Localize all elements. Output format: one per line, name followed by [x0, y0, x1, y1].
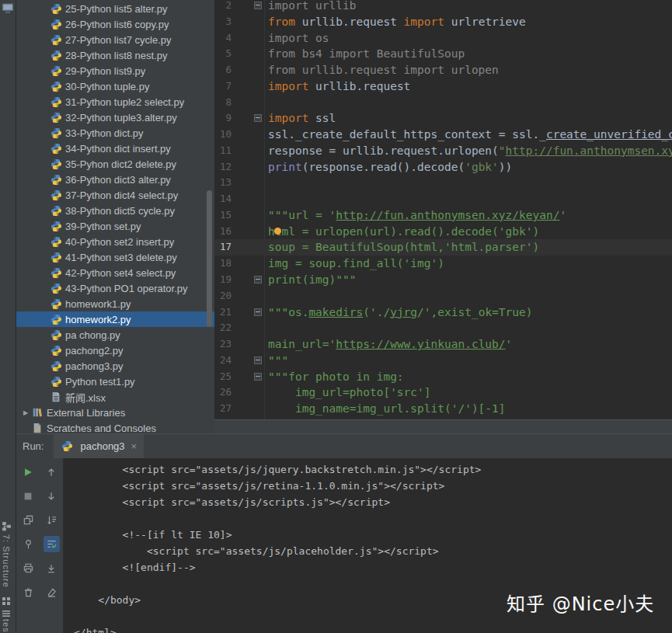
python-file-icon — [50, 81, 62, 92]
code-line-24[interactable]: 24""" — [214, 353, 672, 369]
tree-item[interactable]: 25-Python list5 alter.py — [16, 1, 214, 16]
code-line-8[interactable]: 8 — [214, 95, 672, 111]
scroll-end-button[interactable] — [44, 560, 60, 576]
code-editor[interactable]: 2import urllib3from urllib.request impor… — [214, 0, 672, 419]
tree-item[interactable]: 32-Python tuple3.alter.py — [16, 110, 214, 125]
python-file-icon — [50, 236, 62, 248]
tree-item[interactable]: 39-Python set.py — [16, 218, 214, 234]
tree-item[interactable]: pachong3.py — [16, 358, 214, 374]
down-button[interactable] — [44, 488, 60, 504]
tree-item-selected[interactable]: homework2.py — [16, 311, 214, 327]
line-number: 25 — [214, 369, 232, 385]
tree-item[interactable]: pachong2.py — [16, 343, 214, 358]
code-line-21[interactable]: 21"""os.makedirs('./yjrg/',exist_ok=True… — [214, 304, 672, 321]
tree-item[interactable]: 37-Python dict4 select.py — [16, 187, 214, 203]
python-file-icon — [50, 50, 62, 61]
pin-button[interactable] — [20, 536, 37, 552]
code-line-2[interactable]: 2import urllib — [214, 0, 672, 14]
tree-item[interactable]: 33-Python dict.py — [16, 125, 214, 141]
tree-item[interactable]: 34-Python dict insert.py — [16, 141, 214, 156]
code-line-9[interactable]: 9import ssl — [214, 110, 672, 127]
tree-item[interactable]: 31-Python tuple2 select.py — [16, 94, 214, 110]
code-line-10[interactable]: 10ssl._create_default_https_context = ss… — [214, 127, 672, 143]
code-text: import urllib.request — [268, 78, 410, 95]
expand-arrow-icon[interactable]: ▶ — [20, 409, 31, 416]
code-line-5[interactable]: 5from bs4 import BeautifulSoup — [214, 46, 672, 62]
tree-item[interactable]: 26-Python list6 copy.py — [16, 16, 214, 32]
close-tab-icon[interactable]: × — [131, 440, 138, 452]
scratches-file-icon — [31, 423, 44, 434]
tree-item[interactable]: 36-Python dict3 alter.py — [16, 172, 214, 187]
tree-item-label: pa chong.py — [65, 329, 120, 341]
code-text: """ — [268, 353, 288, 369]
soft-wrap-button[interactable] — [44, 536, 60, 552]
code-line-6[interactable]: 6from urllib.request import urlopen — [214, 62, 672, 78]
code-line-16[interactable]: 16html = urlopen(url).read().decode('gbk… — [214, 224, 672, 240]
print-button[interactable] — [20, 560, 37, 576]
tree-scrollbar-thumb[interactable] — [207, 190, 212, 327]
code-line-18[interactable]: 18img = soup.find_all('img') — [214, 256, 672, 272]
code-line-12[interactable]: 12print(response.read().decode('gbk')) — [214, 159, 672, 176]
structure-tool-button[interactable]: 7: Structure — [2, 534, 11, 588]
editor-hscroll-strip[interactable] — [214, 419, 672, 433]
code-line-14[interactable]: 14 — [214, 191, 672, 207]
favorites-tool-button[interactable]: tes — [2, 619, 11, 633]
rerun-button[interactable] — [20, 464, 37, 480]
tree-item[interactable]: 43-Python PO1 operator.py — [16, 280, 214, 296]
code-line-19[interactable]: 19print(img)""" — [214, 272, 672, 288]
code-line-20[interactable]: 20 — [214, 288, 672, 304]
code-line-15[interactable]: 15"""url = 'http://fun.anthonymsen.xyz/k… — [214, 207, 672, 224]
code-line-11[interactable]: 11response = urllib.request.urlopen("htt… — [214, 143, 672, 159]
tree-item[interactable]: 27-Python list7 cycle.py — [16, 32, 214, 47]
line-number: 22 — [214, 320, 232, 336]
code-line-23[interactable]: 23main_url='https://www.yinkuan.club/' — [214, 336, 672, 353]
tree-item[interactable]: 29-Python list9.py — [16, 63, 214, 78]
tree-item-label: homework1.py — [65, 298, 131, 310]
run-tab[interactable]: pachong3 × — [54, 434, 144, 458]
tree-item[interactable]: 42-Python set4 select.py — [16, 265, 214, 280]
tree-item[interactable]: 41-Python set3 delete.py — [16, 249, 214, 265]
ide-window-icon[interactable] — [2, 2, 14, 17]
python-file-icon — [50, 360, 62, 372]
tree-item[interactable]: Scratches and Consoles — [16, 420, 214, 433]
tree-item[interactable]: 40-Python set2 insert.py — [16, 234, 214, 249]
sort-button[interactable] — [44, 512, 60, 528]
code-line-13[interactable]: 13 — [214, 175, 672, 191]
up-button[interactable] — [44, 464, 60, 480]
code-line-22[interactable]: 22 — [214, 320, 672, 336]
fold-marker-icon[interactable] — [254, 308, 262, 316]
code-line-4[interactable]: 4import os — [214, 30, 672, 47]
restore-layout-button[interactable] — [20, 512, 37, 528]
code-line-27[interactable]: 27 img_name=img_url.split('/')[-1] — [214, 401, 672, 417]
tree-item[interactable]: 38-Python dict5 cycle.py — [16, 203, 214, 218]
clear-button[interactable] — [44, 584, 60, 600]
bookmark-dot-icon[interactable] — [274, 228, 281, 235]
fold-marker-icon[interactable] — [254, 356, 262, 364]
fold-marker-icon[interactable] — [254, 276, 262, 283]
code-line-17[interactable]: 17soup = BeautifulSoup(html,'html.parser… — [214, 239, 672, 256]
line-number: 15 — [214, 207, 232, 224]
structure-icon[interactable] — [2, 520, 12, 534]
tree-item-label: 31-Python tuple2 select.py — [65, 96, 184, 108]
fold-marker-icon[interactable] — [254, 373, 262, 381]
tree-item[interactable]: 新闻.xlsx — [16, 389, 214, 405]
tree-item[interactable]: 35-Pyhon dict2 delete.py — [16, 156, 214, 172]
tree-item[interactable]: pa chong.py — [16, 327, 214, 343]
tree-item[interactable]: Python test1.py — [16, 374, 214, 389]
fold-marker-icon[interactable] — [254, 2, 262, 9]
tree-item[interactable]: 30-Python tuple.py — [16, 78, 214, 94]
tree-item-label: 27-Python list7 cycle.py — [65, 34, 172, 46]
tree-item[interactable]: ▶External Libraries — [16, 405, 214, 420]
code-text: response = urllib.request.urlopen("http:… — [268, 143, 672, 159]
fold-marker-icon[interactable] — [254, 114, 262, 122]
code-text: img_url=photo['src'] — [268, 384, 431, 401]
tree-item[interactable]: homework1.py — [16, 296, 214, 311]
code-line-3[interactable]: 3from urllib.request import urlretrieve — [214, 14, 672, 30]
code-line-26[interactable]: 26 img_url=photo['src'] — [214, 384, 672, 401]
tree-item[interactable]: 28-Python list8 nest.py — [16, 47, 214, 63]
line-number: 10 — [214, 127, 232, 143]
delete-button[interactable] — [20, 584, 37, 600]
code-line-25[interactable]: 25"""for photo in img: — [214, 369, 672, 385]
stop-button[interactable] — [20, 488, 37, 504]
code-line-7[interactable]: 7import urllib.request — [214, 78, 672, 95]
